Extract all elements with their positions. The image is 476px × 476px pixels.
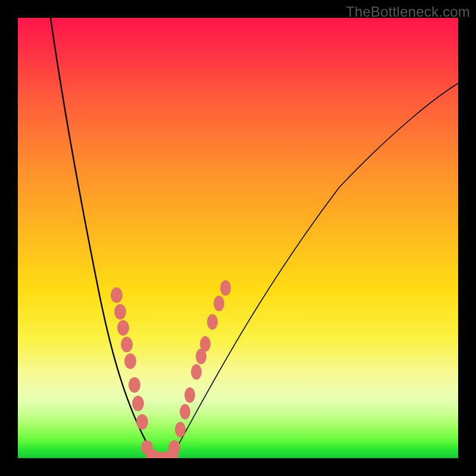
bead: [191, 364, 202, 380]
bead: [114, 304, 126, 320]
bead: [117, 320, 129, 336]
bead: [207, 314, 218, 330]
overlay-svg: [18, 18, 458, 458]
bead: [111, 287, 123, 303]
bead: [129, 377, 140, 393]
right-arm-curve: [175, 83, 458, 451]
bead: [184, 387, 195, 403]
beads-left: [111, 287, 178, 458]
bead: [220, 280, 231, 296]
chart-frame: TheBottleneck.com: [0, 0, 476, 476]
bead: [132, 396, 144, 411]
bead: [175, 422, 186, 437]
bead: [121, 337, 133, 352]
bead: [214, 296, 224, 311]
bead: [124, 353, 136, 369]
plot-area: [18, 18, 458, 458]
bead: [136, 414, 148, 430]
bead: [180, 404, 190, 419]
bead: [168, 440, 180, 455]
bead: [200, 336, 211, 352]
